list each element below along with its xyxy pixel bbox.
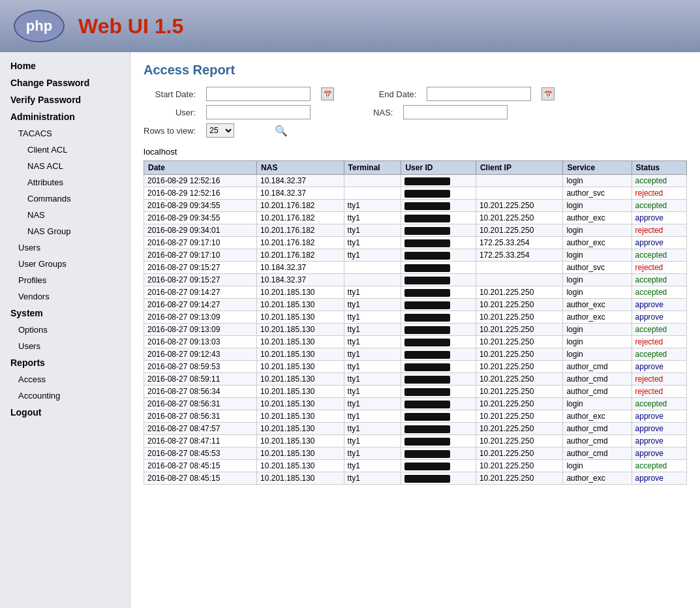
cell-date: 2016-08-27 09:17:10 — [144, 249, 257, 262]
table-row: 2016-08-27 08:56:3110.201.185.130tty1 10… — [144, 410, 687, 423]
redacted-user — [404, 314, 450, 322]
sidebar-item-nas-group[interactable]: NAS Group — [0, 223, 130, 239]
cell-date: 2016-08-27 08:45:15 — [144, 460, 257, 472]
cell-nas: 10.201.185.130 — [257, 435, 344, 448]
cell-terminal: tty1 — [344, 200, 401, 212]
cell-userid — [401, 262, 476, 274]
sidebar-item-users[interactable]: Users — [0, 239, 130, 256]
sidebar-item-attributes[interactable]: Attributes — [0, 174, 130, 190]
cell-nas: 10.201.176.182 — [257, 212, 344, 224]
sidebar-item-accounting[interactable]: Accounting — [0, 388, 130, 404]
cell-client-ip: 10.201.225.250 — [476, 373, 562, 386]
cell-status: approve — [632, 423, 686, 435]
cell-userid — [401, 410, 476, 423]
sidebar-item-tacacs[interactable]: TACACS — [0, 125, 130, 142]
cell-service: author_svc — [563, 187, 632, 200]
cell-nas: 10.201.185.130 — [257, 472, 344, 485]
cell-userid — [401, 237, 476, 249]
cell-userid — [401, 336, 476, 348]
sidebar-item-vendors[interactable]: Vendors — [0, 288, 130, 305]
table-row: 2016-08-27 08:47:1110.201.185.130tty1 10… — [144, 435, 687, 448]
sidebar-item-reports[interactable]: Reports — [0, 354, 130, 371]
table-row: 2016-08-27 08:56:3110.201.185.130tty1 10… — [144, 398, 687, 410]
cell-date: 2016-08-27 08:56:31 — [144, 398, 257, 410]
cell-service: author_cmd — [563, 373, 632, 386]
cell-terminal: tty1 — [344, 472, 401, 485]
cell-service: author_cmd — [563, 435, 632, 448]
sidebar-item-access[interactable]: Access — [0, 371, 130, 388]
cell-userid — [401, 435, 476, 448]
sidebar-item-profiles[interactable]: Profiles — [0, 272, 130, 288]
cell-date: 2016-08-27 09:12:43 — [144, 348, 257, 361]
cell-terminal — [344, 175, 401, 187]
cell-client-ip: 10.201.225.250 — [476, 460, 562, 472]
rows-label: Rows to view: — [144, 126, 196, 136]
redacted-user — [404, 363, 450, 371]
cell-nas: 10.184.32.37 — [257, 187, 344, 200]
sidebar-item-change-password[interactable]: Change Password — [0, 74, 130, 91]
cell-userid — [401, 423, 476, 435]
cell-userid — [401, 175, 476, 187]
cell-service: login — [563, 224, 632, 237]
cell-status: approve — [632, 299, 686, 311]
cell-client-ip: 10.201.225.250 — [476, 224, 562, 237]
rows-select[interactable]: 25 50 100 All — [206, 123, 234, 138]
cell-status: accepted — [632, 460, 686, 472]
start-date-calendar-icon[interactable]: 📅 — [321, 87, 334, 100]
redacted-user — [404, 277, 450, 284]
cell-terminal: tty1 — [344, 460, 401, 472]
cell-terminal: tty1 — [344, 435, 401, 448]
cell-userid — [401, 224, 476, 237]
sidebar-item-commands[interactable]: Commands — [0, 190, 130, 207]
sidebar-item-users[interactable]: Users — [0, 338, 130, 354]
sidebar-item-client-acl[interactable]: Client ACL — [0, 142, 130, 158]
cell-date: 2016-08-27 09:17:10 — [144, 237, 257, 249]
cell-nas: 10.201.185.130 — [257, 410, 344, 423]
cell-nas: 10.201.185.130 — [257, 299, 344, 311]
sidebar-item-administration[interactable]: Administration — [0, 108, 130, 125]
redacted-user — [404, 401, 450, 408]
end-date-input[interactable] — [427, 87, 531, 101]
redacted-user — [404, 388, 450, 396]
col-header-date: Date — [144, 161, 257, 175]
search-button[interactable]: 🔍 — [275, 125, 288, 137]
redacted-user — [404, 351, 450, 359]
cell-terminal: tty1 — [344, 336, 401, 348]
sidebar-item-nas[interactable]: NAS — [0, 207, 130, 223]
col-header-nas: NAS — [257, 161, 344, 175]
cell-date: 2016-08-27 09:13:09 — [144, 311, 257, 324]
cell-client-ip: 10.201.225.250 — [476, 423, 562, 435]
sidebar-item-nas-acl[interactable]: NAS ACL — [0, 158, 130, 174]
cell-userid — [401, 398, 476, 410]
cell-status: rejected — [632, 262, 686, 274]
sidebar-item-home[interactable]: Home — [0, 57, 130, 74]
table-row: 2016-08-27 08:59:5310.201.185.130tty1 10… — [144, 361, 687, 373]
nas-input[interactable] — [403, 105, 508, 119]
redacted-user — [404, 227, 450, 235]
cell-userid — [401, 448, 476, 460]
table-row: 2016-08-27 09:13:0910.201.185.130tty1 10… — [144, 324, 687, 336]
cell-service: author_cmd — [563, 361, 632, 373]
end-date-calendar-icon[interactable]: 📅 — [541, 87, 555, 100]
sidebar-item-verify-password[interactable]: Verify Password — [0, 91, 130, 108]
col-header-client-ip: Client IP — [476, 161, 562, 175]
sidebar-item-logout[interactable]: Logout — [0, 404, 130, 421]
cell-service: author_cmd — [563, 386, 632, 398]
cell-nas: 10.201.176.182 — [257, 224, 344, 237]
user-input[interactable] — [206, 105, 311, 119]
cell-service: login — [563, 336, 632, 348]
cell-date: 2016-08-27 08:45:15 — [144, 472, 257, 485]
sidebar-item-system[interactable]: System — [0, 305, 130, 322]
cell-userid — [401, 212, 476, 224]
cell-service: login — [563, 175, 632, 187]
cell-date: 2016-08-27 08:59:53 — [144, 361, 257, 373]
redacted-user — [404, 475, 450, 483]
cell-status: approve — [632, 311, 686, 324]
cell-terminal — [344, 262, 401, 274]
sidebar-item-options[interactable]: Options — [0, 322, 130, 338]
sidebar-item-user-groups[interactable]: User Groups — [0, 256, 130, 272]
start-date-input[interactable] — [206, 87, 311, 101]
cell-userid — [401, 200, 476, 212]
end-date-label: End Date: — [364, 89, 416, 99]
cell-nas: 10.201.176.182 — [257, 200, 344, 212]
